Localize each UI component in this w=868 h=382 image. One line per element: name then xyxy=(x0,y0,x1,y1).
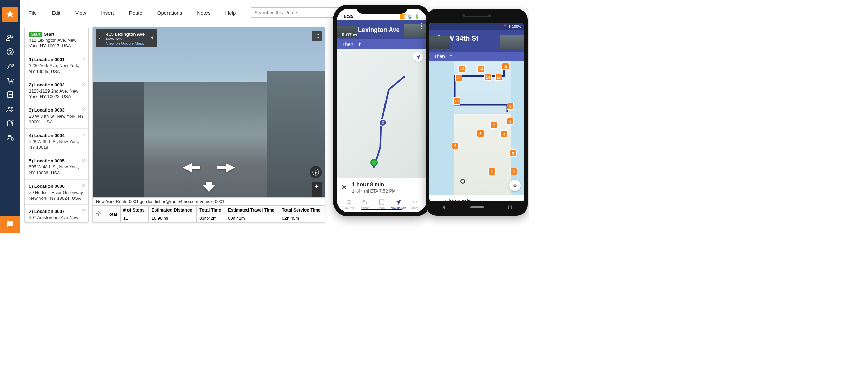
ios-map[interactable]: 2 xyxy=(337,49,427,178)
waypoint-marker[interactable]: E xyxy=(502,63,509,70)
table-cell: 02h:45m xyxy=(279,214,325,222)
remove-stop-icon[interactable]: ✕ xyxy=(82,82,86,87)
android-status-bar: 📍 ▮ 100% xyxy=(429,23,524,30)
remove-stop-icon[interactable]: ✕ xyxy=(82,56,86,62)
remove-stop-icon[interactable]: ✕ xyxy=(82,158,86,163)
back-arrow-icon[interactable]: ← xyxy=(98,36,103,42)
street-arrow-down[interactable] xyxy=(203,182,215,192)
waypoint-marker[interactable]: 11 xyxy=(455,74,462,82)
svg-point-14 xyxy=(98,213,99,214)
streetview-image[interactable] xyxy=(93,27,325,222)
app-logo[interactable] xyxy=(2,7,18,22)
waypoint-marker[interactable]: 2 xyxy=(510,168,517,175)
svg-point-20 xyxy=(414,201,415,202)
stop-item[interactable]: StartStart412 Lexington Ave, New York, N… xyxy=(25,27,88,53)
waypoint-marker[interactable]: 8 xyxy=(477,130,484,137)
google-maps-link[interactable]: View on Google Maps xyxy=(106,41,145,45)
waypoint-marker[interactable]: 13 xyxy=(477,65,485,73)
home-key[interactable] xyxy=(470,206,484,208)
trends-icon[interactable] xyxy=(6,60,14,73)
menu-edit[interactable]: Edit xyxy=(52,10,60,16)
svg-point-19 xyxy=(413,201,414,202)
add-user-icon[interactable] xyxy=(6,31,14,44)
arrow-up-icon xyxy=(449,54,453,59)
recents-key[interactable] xyxy=(508,205,512,210)
fullscreen-button[interactable] xyxy=(312,31,322,41)
tab-navigation[interactable]: Navigation xyxy=(390,199,407,210)
svg-rect-24 xyxy=(470,206,484,208)
stop-item[interactable]: 7) Location 0007907 Amsterdam Ave New Yo… xyxy=(25,205,88,223)
menu-insert[interactable]: Insert xyxy=(101,10,114,16)
waypoint-marker[interactable]: 10 xyxy=(453,97,460,105)
svg-point-9 xyxy=(8,135,11,137)
zoom-in-button[interactable]: + xyxy=(312,182,322,192)
waypoint-marker[interactable]: 14 xyxy=(484,74,492,81)
waypoint-marker[interactable]: 9 xyxy=(452,142,459,149)
stop-item[interactable]: 3) Location 000320 W 34th St, New York, … xyxy=(25,103,88,129)
stops-panel[interactable]: StartStart412 Lexington Ave, New York, N… xyxy=(24,27,89,223)
table-header: Total xyxy=(104,206,121,222)
stop-item[interactable]: 5) Location 0005605 W 48th St, New York,… xyxy=(25,154,88,180)
android-map[interactable]: 1213E11141510697584312 xyxy=(429,61,524,195)
back-key[interactable] xyxy=(441,205,447,210)
street-arrow-left[interactable] xyxy=(183,163,200,172)
ios-route-summary: ✕ 1 hour 8 min 14.44 mi ETA 7:52 PM xyxy=(337,178,427,197)
addressbook-icon[interactable] xyxy=(6,88,14,101)
street-arrow-right[interactable] xyxy=(217,163,235,172)
locate-me-button[interactable] xyxy=(509,180,521,191)
waypoint-marker[interactable]: 1 xyxy=(488,168,496,175)
left-icon-sidebar: ? xyxy=(0,0,20,233)
remove-stop-icon[interactable]: ✕ xyxy=(82,208,86,214)
team-icon[interactable] xyxy=(6,102,14,115)
user-settings-icon[interactable] xyxy=(6,131,14,144)
remove-stop-icon[interactable]: ✕ xyxy=(82,132,86,138)
close-icon[interactable]: ✕ xyxy=(341,183,347,192)
cart-icon[interactable] xyxy=(6,74,14,87)
remove-stop-icon[interactable]: ✕ xyxy=(82,183,86,188)
stop-item[interactable]: 1) Location 00011230 York Ave, New York,… xyxy=(25,53,88,78)
menu-view[interactable]: View xyxy=(75,10,86,16)
arrow-up-icon xyxy=(357,42,362,47)
menu-operations[interactable]: Operations xyxy=(157,10,182,16)
table-header: Total Time xyxy=(197,206,225,214)
menu-file[interactable]: File xyxy=(28,10,37,16)
svg-point-15 xyxy=(347,200,350,204)
svg-point-16 xyxy=(363,200,365,202)
kebab-menu-icon[interactable] xyxy=(519,201,520,201)
tab-routes[interactable]: Routes xyxy=(340,199,357,210)
help-icon[interactable]: ? xyxy=(6,45,14,58)
top-menubar: FileEditViewInsertRouteOperationsNotesHe… xyxy=(20,0,326,25)
chat-support-button[interactable] xyxy=(0,216,20,233)
table-cell: 11 xyxy=(120,214,149,222)
ios-nav-street: Lexington Ave xyxy=(358,26,400,34)
location-icon: 📍 xyxy=(502,24,507,29)
compass-icon[interactable] xyxy=(310,166,322,178)
menu-help[interactable]: Help xyxy=(225,10,236,16)
svg-point-17 xyxy=(366,202,367,204)
ios-stop-marker[interactable]: 2 xyxy=(379,119,387,126)
menu-route[interactable]: Route xyxy=(129,10,142,16)
gear-icon[interactable] xyxy=(93,206,104,222)
menu-notes[interactable]: Notes xyxy=(197,10,210,16)
waypoint-marker[interactable]: 6 xyxy=(507,103,514,110)
tab-more[interactable]: More xyxy=(407,199,423,210)
waypoint-marker[interactable]: 3 xyxy=(509,149,517,157)
ios-summary-sub: 14.44 mi ETA 7:52 PM xyxy=(352,188,396,194)
stop-item[interactable]: 4) Location 0004528 W 39th St, New York,… xyxy=(25,129,88,154)
table-header: Total Service Time xyxy=(279,206,325,214)
tab-stops[interactable]: Stops xyxy=(357,199,374,210)
stop-item[interactable]: 6) Location 000679 Hudson River Greenway… xyxy=(25,180,88,205)
kebab-menu-icon[interactable] xyxy=(421,23,422,29)
waypoint-marker[interactable]: 15 xyxy=(495,74,502,81)
waypoint-marker[interactable]: 5 xyxy=(507,118,514,125)
table-header: Estimated Travel Time xyxy=(225,206,279,214)
waypoint-marker[interactable]: 7 xyxy=(490,122,498,129)
remove-stop-icon[interactable]: ✕ xyxy=(82,107,86,112)
close-icon[interactable]: ✕ xyxy=(433,199,439,201)
waypoint-marker[interactable]: 12 xyxy=(458,65,466,73)
tab-map[interactable]: Map xyxy=(374,199,390,210)
stop-item[interactable]: 2) Location 00021123-1129 2nd Ave, New Y… xyxy=(25,78,88,104)
table-cell: 03h:42m xyxy=(197,214,225,222)
analytics-icon[interactable] xyxy=(6,117,14,129)
waypoint-marker[interactable]: 4 xyxy=(500,130,508,138)
